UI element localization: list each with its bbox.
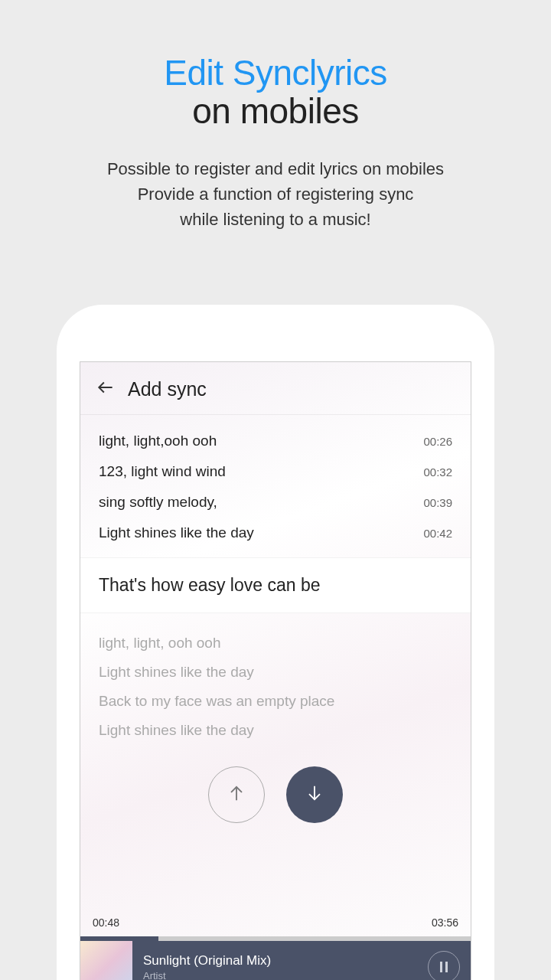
sync-down-button[interactable] <box>286 766 343 823</box>
synced-row[interactable]: sing softly melody, 00:39 <box>99 487 452 518</box>
promo-sub-line: Provide a function of registering sync <box>0 181 551 207</box>
album-art <box>80 941 132 980</box>
arrow-down-icon <box>304 782 325 807</box>
synced-row[interactable]: 123, light wind wind 00:32 <box>99 456 452 487</box>
upcoming-line[interactable]: Light shines like the day <box>99 658 452 687</box>
pause-button[interactable] <box>428 951 460 980</box>
synced-row[interactable]: light, light,ooh ooh 00:26 <box>99 426 452 456</box>
app-header: Add sync <box>80 362 471 415</box>
pause-icon <box>440 962 448 972</box>
current-lyric-line[interactable]: That's how easy love can be <box>80 557 471 613</box>
synced-row[interactable]: Light shines like the day 00:42 <box>99 518 452 548</box>
upcoming-line[interactable]: Light shines like the day <box>99 716 452 745</box>
lyric-text: sing softly melody, <box>99 494 217 511</box>
track-artist: Artist <box>143 970 428 981</box>
lyric-time: 00:26 <box>423 435 452 448</box>
lyric-text: 123, light wind wind <box>99 463 226 480</box>
lyric-time: 00:32 <box>423 466 452 479</box>
back-arrow-icon[interactable] <box>96 377 116 400</box>
phone-screen: Add sync light, light,ooh ooh 00:26 123,… <box>80 361 471 980</box>
arrow-up-icon <box>226 782 247 807</box>
track-info: Sunlight (Original Mix) Artist <box>132 953 428 981</box>
promo-title-line1: Edit Synclyrics <box>0 52 551 93</box>
lyric-time: 00:39 <box>423 496 452 509</box>
promo-sub-line: Possible to register and edit lyrics on … <box>0 156 551 181</box>
lyric-text: Light shines like the day <box>99 524 254 541</box>
upcoming-line[interactable]: light, light, ooh ooh <box>99 629 452 658</box>
phone-mockup: Add sync light, light,ooh ooh 00:26 123,… <box>57 305 494 980</box>
upcoming-line[interactable]: Back to my face was an empty place <box>99 687 452 716</box>
track-title: Sunlight (Original Mix) <box>143 953 428 969</box>
lyric-time: 00:42 <box>423 527 452 540</box>
sync-controls <box>80 766 471 823</box>
screen-title: Add sync <box>128 378 207 400</box>
lyric-text: light, light,ooh ooh <box>99 433 217 449</box>
sync-up-button[interactable] <box>208 766 265 823</box>
elapsed-time: 00:48 <box>93 916 119 929</box>
promo-subtitle: Possible to register and edit lyrics on … <box>0 156 551 232</box>
promo-sub-line: while listening to a music! <box>0 207 551 232</box>
upcoming-lyrics-list: light, light, ooh ooh Light shines like … <box>80 613 471 753</box>
synced-lyrics-list: light, light,ooh ooh 00:26 123, light wi… <box>80 415 471 557</box>
total-time: 03:56 <box>432 916 458 929</box>
progress-area: 00:48 03:56 <box>80 916 471 936</box>
promo-header: Edit Synclyrics on mobiles Possible to r… <box>0 0 551 232</box>
now-playing-bar[interactable]: Sunlight (Original Mix) Artist <box>80 941 471 980</box>
promo-title-line2: on mobiles <box>0 90 551 132</box>
